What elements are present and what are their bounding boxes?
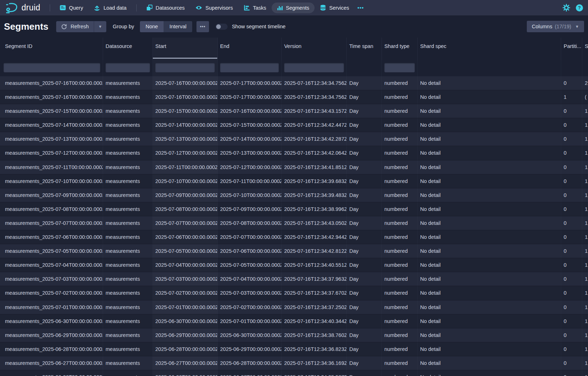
table-row: measurements_2025-07-16T00:00:00.000Z...… — [0, 90, 588, 104]
cell-time-span: Day — [347, 370, 382, 376]
table-row: measurements_2025-07-04T00:00:00.000Z...… — [0, 258, 588, 272]
cell-segment-id[interactable]: measurements_2025-06-28T00:00:00.000Z... — [0, 342, 103, 356]
cell-start: 2025-06-26T00:00:00.000Z — [153, 370, 218, 376]
cell-start: 2025-07-15T00:00:00.000Z — [153, 104, 218, 118]
column-header-size[interactable]: S — [582, 38, 588, 60]
cell-segment-id[interactable]: measurements_2025-07-12T00:00:00.000Z... — [0, 146, 103, 160]
nav-item-more[interactable]: ••• — [355, 3, 367, 13]
cell-segment-id[interactable]: measurements_2025-07-16T00:00:00.000Z... — [0, 90, 103, 104]
cell-start: 2025-07-05T00:00:00.000Z — [153, 244, 218, 258]
nav-item-segments[interactable]: Segments — [272, 3, 315, 13]
cell-segment-id[interactable]: measurements_2025-07-13T00:00:00.000Z... — [0, 132, 103, 146]
cell-version: 2025-07-16T12:34:42.287Z — [282, 132, 347, 146]
cell-segment-id[interactable]: measurements_2025-07-06T00:00:00.000Z... — [0, 230, 103, 244]
cell-segment-id[interactable]: measurements_2025-07-07T00:00:00.000Z... — [0, 216, 103, 230]
cell-end: 2025-07-05T00:00:00.000Z — [218, 258, 282, 272]
column-header-version[interactable]: Version — [282, 38, 347, 60]
cell-time-span: Day — [347, 104, 382, 118]
filter-input-version[interactable] — [284, 63, 344, 72]
cell-version: 2025-07-16T12:34:37.250Z — [282, 300, 347, 314]
nav-item-supervisors[interactable]: Supervisors — [190, 3, 238, 13]
cell-segment-id[interactable]: measurements_2025-06-26T00:00:00.000Z... — [0, 370, 103, 376]
cell-segment-id[interactable]: measurements_2025-06-30T00:00:00.000Z... — [0, 314, 103, 328]
cell-end: 2025-07-13T00:00:00.000Z — [218, 146, 282, 160]
filter-input-shard-type[interactable] — [384, 63, 415, 72]
more-options-button[interactable]: ••• — [196, 21, 209, 32]
cell-version: 2025-07-16T12:34:40.551Z — [282, 258, 347, 272]
group-by-none-button[interactable]: None — [140, 21, 164, 32]
cell-start: 2025-07-02T00:00:00.000Z — [153, 286, 218, 300]
cell-datasource: measurements — [103, 188, 153, 202]
load-data-icon — [94, 5, 100, 11]
cell-size-partial: 1 — [582, 370, 588, 376]
nav-item-load-data[interactable]: Load data — [88, 2, 132, 14]
filter-cell-size — [582, 60, 588, 76]
column-header-end[interactable]: End — [218, 38, 282, 60]
filter-input-start[interactable] — [155, 63, 215, 72]
column-header-datasource[interactable]: Datasource — [103, 38, 153, 60]
cell-end: 2025-07-10T00:00:00.000Z — [218, 188, 282, 202]
refresh-label: Refresh — [71, 24, 89, 29]
cell-datasource: measurements — [103, 314, 153, 328]
nav-item-query[interactable]: Query — [54, 3, 89, 13]
cell-time-span: Day — [347, 272, 382, 286]
cell-segment-id[interactable]: measurements_2025-07-15T00:00:00.000Z... — [0, 104, 103, 118]
cell-segment-id[interactable]: measurements_2025-07-02T00:00:00.000Z... — [0, 286, 103, 300]
filter-input-end[interactable] — [220, 63, 279, 72]
cell-partition: 0 — [561, 188, 582, 202]
cell-segment-id[interactable]: measurements_2025-07-04T00:00:00.000Z... — [0, 258, 103, 272]
cell-start: 2025-07-06T00:00:00.000Z — [153, 230, 218, 244]
caret-down-icon: ▼ — [98, 24, 102, 29]
druid-logo[interactable]: druid — [5, 2, 40, 13]
services-icon — [320, 5, 326, 11]
cell-partition: 1 — [561, 90, 582, 104]
cell-start: 2025-07-09T00:00:00.000Z — [153, 188, 218, 202]
cell-start: 2025-07-08T00:00:00.000Z — [153, 202, 218, 216]
gear-icon[interactable] — [563, 4, 570, 11]
column-header-segment-id[interactable]: Segment ID — [0, 38, 103, 60]
cell-end: 2025-07-17T00:00:00.000Z — [218, 76, 282, 90]
cell-size-partial: 1 — [582, 216, 588, 230]
help-icon[interactable]: ? — [576, 4, 583, 11]
cell-segment-id[interactable]: measurements_2025-06-29T00:00:00.000Z... — [0, 328, 103, 342]
cell-time-span: Day — [347, 230, 382, 244]
cell-segment-id[interactable]: measurements_2025-07-09T00:00:00.000Z... — [0, 188, 103, 202]
column-header-time-span[interactable]: Time span — [347, 38, 382, 60]
nav-divider — [50, 4, 50, 11]
cell-segment-id[interactable]: measurements_2025-07-16T00:00:00.000Z... — [0, 76, 103, 90]
column-header-partition[interactable]: Partiti... — [561, 38, 582, 60]
column-header-shard-type[interactable]: Shard type — [382, 38, 418, 60]
nav-item-tasks[interactable]: Tasks — [238, 3, 272, 13]
cell-segment-id[interactable]: measurements_2025-07-01T00:00:00.000Z... — [0, 300, 103, 314]
cell-segment-id[interactable]: measurements_2025-07-05T00:00:00.000Z... — [0, 244, 103, 258]
cell-segment-id[interactable]: measurements_2025-07-03T00:00:00.000Z... — [0, 272, 103, 286]
cell-version: 2025-07-16T12:34:37.963Z — [282, 272, 347, 286]
cell-shard-spec: No detail — [418, 174, 561, 188]
nav-item-datasources[interactable]: Datasources — [141, 2, 190, 13]
refresh-options-button[interactable]: ▼ — [94, 21, 106, 32]
tasks-icon — [244, 5, 250, 11]
segment-timeline-toggle[interactable] — [215, 24, 228, 30]
cell-datasource: measurements — [103, 174, 153, 188]
cell-segment-id[interactable]: measurements_2025-06-27T00:00:00.000Z... — [0, 356, 103, 370]
cell-segment-id[interactable]: measurements_2025-07-08T00:00:00.000Z... — [0, 202, 103, 216]
filter-input-datasource[interactable] — [106, 63, 150, 72]
group-by-interval-button[interactable]: Interval — [164, 21, 192, 32]
refresh-button[interactable]: Refresh — [56, 21, 94, 32]
columns-button[interactable]: Columns (17/19) ▼ — [527, 21, 584, 32]
cell-shard-spec: No detail — [418, 188, 561, 202]
cell-size-partial: 1 — [582, 328, 588, 342]
more-nav-icon: ••• — [358, 5, 364, 11]
column-header-shard-spec[interactable]: Shard spec — [418, 38, 561, 60]
cell-segment-id[interactable]: measurements_2025-07-14T00:00:00.000Z... — [0, 118, 103, 132]
cell-time-span: Day — [347, 146, 382, 160]
column-header-start[interactable]: Start — [153, 38, 218, 60]
nav-label: Query — [69, 5, 83, 11]
cell-datasource: measurements — [103, 90, 153, 104]
table-row: measurements_2025-07-11T00:00:00.000Z...… — [0, 160, 588, 174]
filter-input-segment-id[interactable] — [4, 63, 100, 72]
nav-item-services[interactable]: Services — [315, 2, 355, 13]
cell-shard-spec: No detail — [418, 314, 561, 328]
cell-segment-id[interactable]: measurements_2025-07-11T00:00:00.000Z... — [0, 160, 103, 174]
cell-segment-id[interactable]: measurements_2025-07-10T00:00:00.000Z... — [0, 174, 103, 188]
